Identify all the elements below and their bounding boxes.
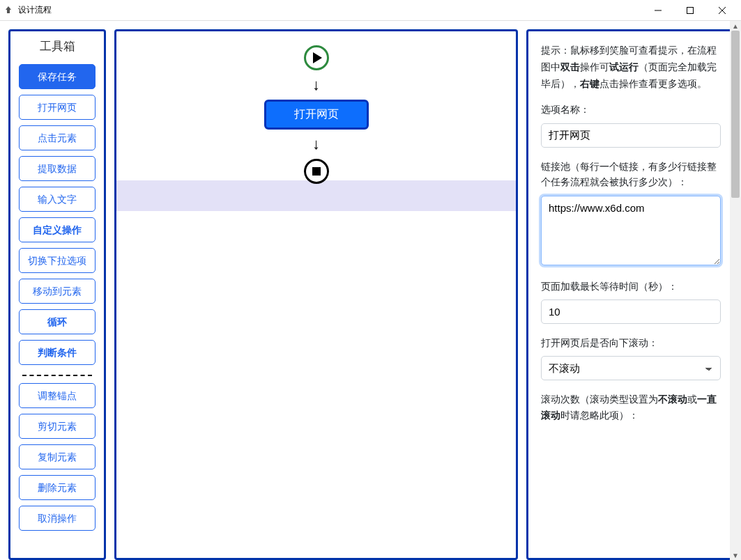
scroll-up-icon[interactable]: ▲ xyxy=(730,21,741,31)
titlebar: 设计流程 xyxy=(0,0,741,21)
link-pool-label: 链接池（每行一个链接，有多少行链接整个任务流程就会被执行多少次）： xyxy=(541,159,721,190)
toolbox-title: 工具箱 xyxy=(40,38,75,54)
flow-canvas-panel: ↓ 打开网页 ↓ xyxy=(114,29,518,560)
drop-highlight xyxy=(116,180,516,211)
scroll-after-label: 打开网页后是否向下滚动： xyxy=(541,335,721,350)
flow-start-node[interactable] xyxy=(304,45,329,70)
flow-end-node[interactable] xyxy=(304,159,329,184)
tool-delete-element[interactable]: 删除元素 xyxy=(19,475,96,500)
window-title: 设计流程 xyxy=(18,4,52,16)
toolbox-divider xyxy=(22,375,92,376)
maximize-button[interactable] xyxy=(674,0,706,21)
svg-rect-1 xyxy=(687,7,694,13)
tool-extract-data[interactable]: 提取数据 xyxy=(19,156,96,181)
option-name-input[interactable] xyxy=(541,123,721,148)
scroll-down-icon[interactable]: ▼ xyxy=(730,550,741,560)
play-icon xyxy=(313,52,322,63)
stop-icon xyxy=(312,167,321,176)
minimize-button[interactable] xyxy=(642,0,674,21)
link-pool-textarea[interactable] xyxy=(541,196,721,265)
flow-arrow: ↓ xyxy=(312,137,320,152)
app-icon xyxy=(3,5,14,16)
wait-time-label: 页面加载最长等待时间（秒）： xyxy=(541,279,721,294)
scroll-thumb[interactable] xyxy=(731,31,740,198)
flow-canvas[interactable]: ↓ 打开网页 ↓ xyxy=(116,31,516,558)
tool-custom-action[interactable]: 自定义操作 xyxy=(19,217,96,242)
tool-move-to-element[interactable]: 移动到元素 xyxy=(19,279,96,304)
properties-panel: 提示：鼠标移到笑脸可查看提示，在流程图中双击操作可试运行（页面完全加载完毕后），… xyxy=(526,29,735,560)
tool-cut-element[interactable]: 剪切元素 xyxy=(19,414,96,439)
tool-input-text[interactable]: 输入文字 xyxy=(19,187,96,212)
tool-click-element[interactable]: 点击元素 xyxy=(19,125,96,150)
save-task-button[interactable]: 保存任务 xyxy=(19,64,96,89)
tool-copy-element[interactable]: 复制元素 xyxy=(19,444,96,469)
tool-adjust-anchor[interactable]: 调整锚点 xyxy=(19,383,96,408)
vertical-scrollbar[interactable]: ▲ ▼ xyxy=(730,21,741,560)
window-controls xyxy=(642,0,738,21)
wait-time-input[interactable] xyxy=(541,300,721,324)
option-name-label: 选项名称： xyxy=(541,102,721,117)
scroll-after-select[interactable]: 不滚动 xyxy=(541,356,721,380)
tool-loop[interactable]: 循环 xyxy=(19,309,96,334)
scroll-count-label: 滚动次数（滚动类型设置为不滚动或一直滚动时请忽略此项）： xyxy=(541,391,721,423)
tool-undo[interactable]: 取消操作 xyxy=(19,506,96,531)
flow-node-open-page[interactable]: 打开网页 xyxy=(264,100,369,130)
hint-text: 提示：鼠标移到笑脸可查看提示，在流程图中双击操作可试运行（页面完全加载完毕后），… xyxy=(541,42,721,92)
tool-switch-dropdown[interactable]: 切换下拉选项 xyxy=(19,248,96,273)
tool-open-page[interactable]: 打开网页 xyxy=(19,95,96,120)
close-button[interactable] xyxy=(706,0,738,21)
toolbox-panel: 工具箱 保存任务 打开网页 点击元素 提取数据 输入文字 自定义操作 切换下拉选… xyxy=(8,29,106,560)
tool-condition[interactable]: 判断条件 xyxy=(19,340,96,365)
flow-arrow: ↓ xyxy=(312,77,320,93)
